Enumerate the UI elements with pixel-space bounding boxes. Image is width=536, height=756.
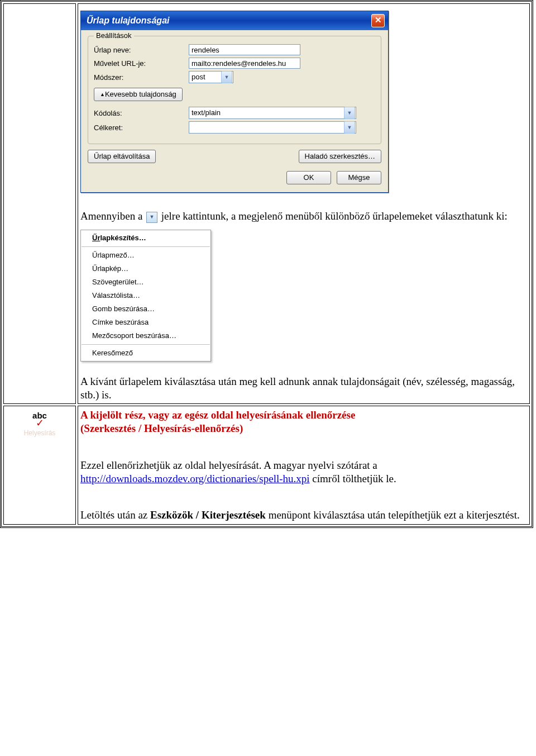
target-frame-label: Célkeret: (94, 123, 189, 132)
dialog-titlebar: Űrlap tulajdonságai ✕ (81, 11, 388, 30)
encoding-label: Kódolás: (94, 109, 189, 117)
remove-form-button[interactable]: Űrlap eltávolítása (88, 150, 156, 163)
spellcheck-heading: A kijelölt rész, vagy az egész oldal hel… (80, 408, 527, 435)
encoding-combo[interactable]: text/plain ▼ (189, 107, 356, 119)
chevron-down-icon: ▼ (221, 71, 232, 83)
menu-item-insert-fieldset[interactable]: Mezőcsoport beszúrása… (81, 329, 210, 343)
action-url-label: Művelet URL-je: (94, 59, 189, 68)
form-properties-dialog: Űrlap tulajdonságai ✕ Beállítások Űrlap … (80, 11, 389, 193)
row2-left-cell: abc ✓ Helyesírás (3, 406, 76, 525)
spellcheck-paragraph-2: Letöltés után az Eszközök / Kiterjesztés… (80, 508, 527, 522)
paragraph-1: Amennyiben a ▼ jelre kattintunk, a megje… (80, 210, 527, 223)
target-frame-combo[interactable]: ▼ (189, 121, 356, 134)
paragraph-2: A kívánt űrlapelem kiválasztása után meg… (80, 375, 527, 402)
dialog-body: Beállítások Űrlap neve: Művelet URL-je: … (81, 30, 388, 192)
menu-item-textarea[interactable]: Szövegterület… (81, 275, 210, 289)
chevron-down-icon: ▼ (344, 121, 355, 134)
menu-item-form-field[interactable]: Űrlapmező… (81, 249, 210, 262)
menu-item-insert-button[interactable]: Gomb beszúrása… (81, 302, 210, 316)
ok-button[interactable]: OK (286, 171, 331, 184)
row1-right-cell: Űrlap tulajdonságai ✕ Beállítások Űrlap … (78, 3, 530, 404)
menu-item-form-create[interactable]: Űrlapkészítés… (81, 231, 210, 245)
settings-groupbox: Beállítások Űrlap neve: Művelet URL-je: … (88, 36, 381, 144)
groupbox-legend: Beállítások (94, 31, 134, 40)
menu-item-form-image[interactable]: Űrlapkép… (81, 262, 210, 275)
menu-item-search-field[interactable]: Keresőmező (81, 346, 210, 360)
chevron-down-icon: ▼ (344, 107, 355, 119)
spellcheck-icon: abc ✓ Helyesírás (23, 411, 56, 439)
close-icon[interactable]: ✕ (371, 14, 385, 27)
menu-item-insert-label[interactable]: Címke beszúrása (81, 316, 210, 329)
form-elements-menu: Űrlapkészítés… Űrlapmező… Űrlapkép… Szöv… (80, 230, 211, 362)
cancel-button[interactable]: Mégse (337, 171, 381, 184)
fewer-properties-button[interactable]: ▲Kevesebb tulajdonság (94, 88, 183, 101)
menu-item-select-list[interactable]: Választólista… (81, 289, 210, 302)
spellcheck-paragraph-1: Ezzel ellenőrizhetjük az oldal helyesírá… (80, 459, 527, 486)
dialog-title: Űrlap tulajdonságai (87, 16, 169, 26)
form-name-label: Űrlap neve: (94, 46, 189, 54)
dropdown-icon: ▼ (146, 212, 157, 223)
form-name-input[interactable] (189, 44, 300, 55)
method-combo[interactable]: post ▼ (189, 71, 233, 83)
row2-right-cell: A kijelölt rész, vagy az egész oldal hel… (78, 406, 530, 525)
dictionary-link[interactable]: http://downloads.mozdev.org/dictionaries… (80, 473, 310, 484)
menu-separator (82, 344, 210, 345)
advanced-edit-button[interactable]: Haladó szerkesztés… (299, 150, 381, 163)
method-label: Módszer: (94, 73, 189, 82)
menu-separator (82, 246, 210, 247)
action-url-input[interactable] (189, 58, 300, 69)
row1-left-cell (3, 3, 76, 404)
